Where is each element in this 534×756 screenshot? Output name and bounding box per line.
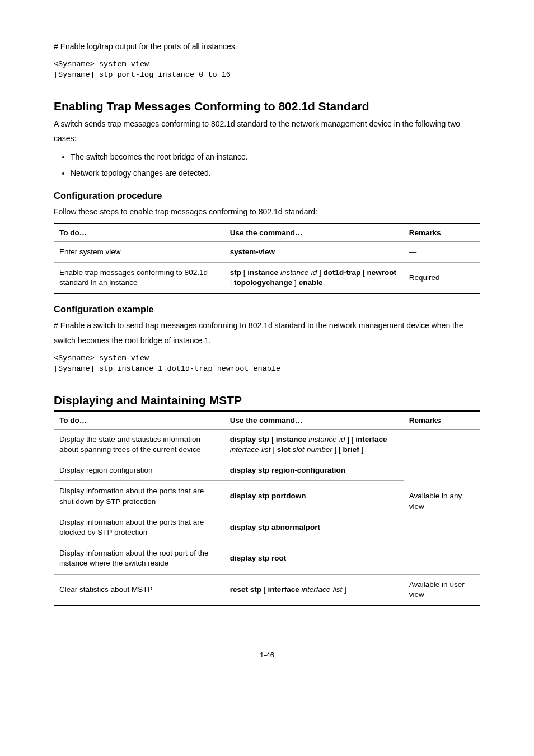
cmd-text: display stp xyxy=(230,435,270,444)
cmd-text: brief xyxy=(343,445,359,454)
cell-command: display stp [ instance instance-id ] [ i… xyxy=(224,429,404,460)
table-row: Clear statistics about MSTP reset stp [ … xyxy=(54,574,480,605)
cell-command: display stp region-configuration xyxy=(224,460,404,481)
bracket: ] xyxy=(319,268,321,277)
table-row: Enter system view system-view — xyxy=(54,241,480,262)
page-number: 1-46 xyxy=(54,651,480,659)
cell-todo: Display the state and statistics informa… xyxy=(54,429,224,460)
table-row: Display the state and statistics informa… xyxy=(54,429,480,460)
intro-text: # Enable log/trap output for the ports o… xyxy=(54,39,480,54)
heading-config-procedure: Configuration procedure xyxy=(54,190,480,201)
cmd-text: reset stp xyxy=(230,585,261,594)
cell-command: reset stp [ interface interface-list ] xyxy=(224,574,404,605)
heading-display-maintain: Displaying and Maintaining MSTP xyxy=(54,394,480,407)
cell-remarks-span: Available in any view xyxy=(404,429,480,574)
cell-command: display stp portdown xyxy=(224,481,404,512)
table-trap-config: To do… Use the command… Remarks Enter sy… xyxy=(54,223,480,295)
cmd-text: display stp root xyxy=(230,554,287,562)
cell-remarks: — xyxy=(404,241,480,262)
bracket: ] xyxy=(347,435,349,444)
cmd-text: enable xyxy=(299,278,323,287)
cmd-text: interface xyxy=(355,435,387,444)
cell-todo: Clear statistics about MSTP xyxy=(54,574,224,605)
heading-enabling-trap: Enabling Trap Messages Conforming to 802… xyxy=(54,100,480,113)
table-header-row: To do… Use the command… Remarks xyxy=(54,411,480,430)
cell-command: system-view xyxy=(224,241,404,262)
cmd-text: slot xyxy=(277,445,291,454)
cell-todo: Enable trap messages conforming to 802.1… xyxy=(54,262,224,293)
pipe: | xyxy=(230,278,232,287)
heading-config-example: Configuration example xyxy=(54,304,480,315)
cmd-text: stp xyxy=(230,268,241,277)
example-para: # Enable a switch to send trap messages … xyxy=(54,318,480,348)
arg-text: instance-id xyxy=(280,268,317,277)
cmd-text: instance xyxy=(276,435,307,444)
cell-todo: Enter system view xyxy=(54,241,224,262)
code-line: [Sysname] stp port-log instance 0 to 16 xyxy=(54,71,231,79)
bracket: ] xyxy=(294,278,297,287)
cmd-text: dot1d-trap xyxy=(323,268,360,277)
code-line: <Sysname> system-view xyxy=(54,60,149,68)
col-command: Use the command… xyxy=(224,411,404,430)
cmd-text: display stp abnormalport xyxy=(230,523,320,531)
code-block-1: <Sysname> system-view [Sysname] stp port… xyxy=(54,59,480,81)
cmd-text: system-view xyxy=(230,248,275,256)
cell-command: stp [ instance instance-id ] dot1d-trap … xyxy=(224,262,404,293)
arg-text: interface-list xyxy=(230,445,271,454)
col-todo: To do… xyxy=(54,223,224,242)
bullet-list: The switch becomes the root bridge of an… xyxy=(54,150,480,180)
bullet-2: Network topology changes are detected. xyxy=(71,166,480,181)
page-root: # Enable log/trap output for the ports o… xyxy=(0,0,534,682)
cmd-text: interface xyxy=(268,585,299,594)
bullet-1: The switch becomes the root bridge of an… xyxy=(71,150,480,165)
bracket: ] [ xyxy=(334,445,340,454)
code-block-2: <Sysname> system-view [Sysname] stp inst… xyxy=(54,353,480,375)
bracket: ] xyxy=(362,445,364,454)
steps-intro: Follow these steps to enable trap messag… xyxy=(54,204,480,220)
arg-text: slot-number xyxy=(292,445,332,454)
cell-command: display stp root xyxy=(224,543,404,574)
table-row: Enable trap messages conforming to 802.1… xyxy=(54,262,480,293)
cell-todo: Display information about the ports that… xyxy=(54,512,224,543)
col-remarks: Remarks xyxy=(404,411,480,430)
cmd-text: instance xyxy=(247,268,278,277)
cmd-text: display stp region-configuration xyxy=(230,466,345,474)
cmd-text: newroot xyxy=(367,268,397,277)
code-line: <Sysname> system-view xyxy=(54,354,149,362)
arg-text: instance-id xyxy=(308,435,345,444)
bracket: [ xyxy=(352,435,354,444)
cmd-text: topologychange xyxy=(234,278,292,287)
table-header-row: To do… Use the command… Remarks xyxy=(54,223,480,242)
pipe: | xyxy=(273,445,275,454)
code-line: [Sysname] stp instance 1 dot1d-trap newr… xyxy=(54,365,280,373)
para-trap-intro: A switch sends trap messages conforming … xyxy=(54,116,480,146)
cell-todo: Display information about the root port … xyxy=(54,543,224,574)
bracket: [ xyxy=(264,585,266,594)
arg-text: interface-list xyxy=(301,585,342,594)
col-command: Use the command… xyxy=(224,223,404,242)
col-todo: To do… xyxy=(54,411,224,430)
bracket: [ xyxy=(243,268,246,277)
cell-todo: Display information about the ports that… xyxy=(54,481,224,512)
cell-remarks: Required xyxy=(404,262,480,293)
bracket: [ xyxy=(363,268,365,277)
cell-remarks: Available in user view xyxy=(404,574,480,605)
cmd-text: display stp portdown xyxy=(230,492,306,500)
col-remarks: Remarks xyxy=(404,223,480,242)
cell-todo: Display region configuration xyxy=(54,460,224,481)
bracket: ] xyxy=(344,585,346,594)
cell-command: display stp abnormalport xyxy=(224,512,404,543)
table-display-mstp: To do… Use the command… Remarks Display … xyxy=(54,410,480,606)
bracket: [ xyxy=(271,435,274,444)
